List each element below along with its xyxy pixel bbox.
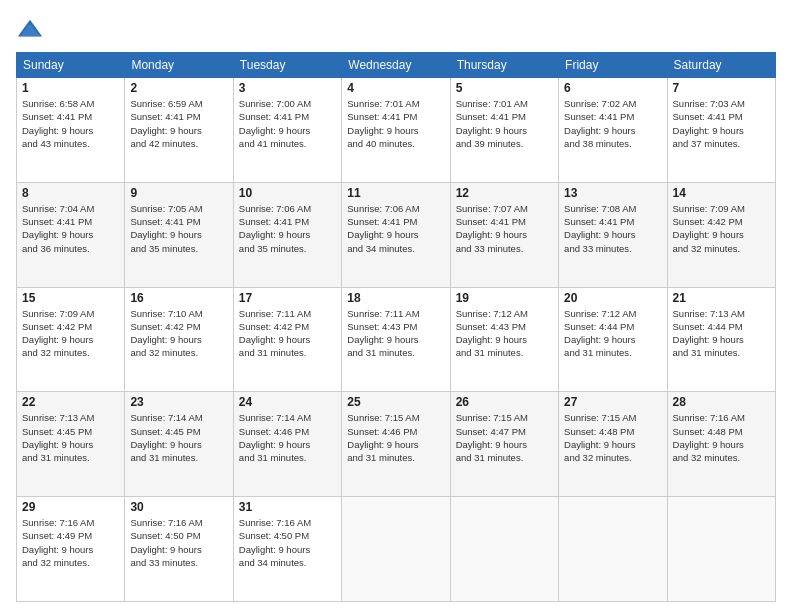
day-number: 23 — [130, 395, 227, 409]
sunrise-label: Sunrise: 7:05 AM — [130, 203, 202, 214]
sunrise-label: Sunrise: 7:12 AM — [456, 308, 528, 319]
day-info: Sunrise: 7:04 AM Sunset: 4:41 PM Dayligh… — [22, 202, 119, 255]
sunset-label: Sunset: 4:45 PM — [22, 426, 92, 437]
sunset-label: Sunset: 4:50 PM — [239, 530, 309, 541]
day-info: Sunrise: 7:16 AM Sunset: 4:48 PM Dayligh… — [673, 411, 770, 464]
sunset-label: Sunset: 4:42 PM — [239, 321, 309, 332]
day-info: Sunrise: 7:14 AM Sunset: 4:45 PM Dayligh… — [130, 411, 227, 464]
sunset-label: Sunset: 4:47 PM — [456, 426, 526, 437]
day-info: Sunrise: 7:03 AM Sunset: 4:41 PM Dayligh… — [673, 97, 770, 150]
daylight-minutes: and 43 minutes. — [22, 138, 90, 149]
day-info: Sunrise: 7:08 AM Sunset: 4:41 PM Dayligh… — [564, 202, 661, 255]
daylight-minutes: and 31 minutes. — [673, 347, 741, 358]
day-cell: 2 Sunrise: 6:59 AM Sunset: 4:41 PM Dayli… — [125, 78, 233, 183]
week-row-2: 8 Sunrise: 7:04 AM Sunset: 4:41 PM Dayli… — [17, 182, 776, 287]
sunrise-label: Sunrise: 7:03 AM — [673, 98, 745, 109]
sunrise-label: Sunrise: 6:58 AM — [22, 98, 94, 109]
day-info: Sunrise: 7:15 AM Sunset: 4:47 PM Dayligh… — [456, 411, 553, 464]
sunrise-label: Sunrise: 7:04 AM — [22, 203, 94, 214]
daylight-label: Daylight: 9 hours — [347, 439, 418, 450]
daylight-label: Daylight: 9 hours — [564, 229, 635, 240]
daylight-minutes: and 40 minutes. — [347, 138, 415, 149]
sunset-label: Sunset: 4:41 PM — [22, 216, 92, 227]
day-cell: 5 Sunrise: 7:01 AM Sunset: 4:41 PM Dayli… — [450, 78, 558, 183]
day-number: 3 — [239, 81, 336, 95]
day-cell: 20 Sunrise: 7:12 AM Sunset: 4:44 PM Dayl… — [559, 287, 667, 392]
sunset-label: Sunset: 4:42 PM — [130, 321, 200, 332]
sunset-label: Sunset: 4:42 PM — [22, 321, 92, 332]
day-cell: 4 Sunrise: 7:01 AM Sunset: 4:41 PM Dayli… — [342, 78, 450, 183]
daylight-minutes: and 32 minutes. — [22, 557, 90, 568]
sunrise-label: Sunrise: 7:01 AM — [456, 98, 528, 109]
sunrise-label: Sunrise: 7:01 AM — [347, 98, 419, 109]
sunset-label: Sunset: 4:41 PM — [347, 111, 417, 122]
daylight-minutes: and 36 minutes. — [22, 243, 90, 254]
sunset-label: Sunset: 4:42 PM — [673, 216, 743, 227]
day-number: 27 — [564, 395, 661, 409]
sunset-label: Sunset: 4:41 PM — [564, 216, 634, 227]
day-cell — [559, 497, 667, 602]
sunset-label: Sunset: 4:48 PM — [673, 426, 743, 437]
sunrise-label: Sunrise: 7:14 AM — [239, 412, 311, 423]
daylight-minutes: and 31 minutes. — [239, 347, 307, 358]
day-info: Sunrise: 6:59 AM Sunset: 4:41 PM Dayligh… — [130, 97, 227, 150]
daylight-minutes: and 31 minutes. — [456, 452, 524, 463]
sunset-label: Sunset: 4:41 PM — [22, 111, 92, 122]
day-info: Sunrise: 7:15 AM Sunset: 4:48 PM Dayligh… — [564, 411, 661, 464]
daylight-minutes: and 34 minutes. — [239, 557, 307, 568]
sunset-label: Sunset: 4:46 PM — [239, 426, 309, 437]
day-number: 28 — [673, 395, 770, 409]
sunrise-label: Sunrise: 7:06 AM — [239, 203, 311, 214]
logo-icon — [16, 16, 44, 44]
day-info: Sunrise: 7:06 AM Sunset: 4:41 PM Dayligh… — [347, 202, 444, 255]
sunrise-label: Sunrise: 7:11 AM — [239, 308, 311, 319]
daylight-label: Daylight: 9 hours — [456, 125, 527, 136]
day-cell: 18 Sunrise: 7:11 AM Sunset: 4:43 PM Dayl… — [342, 287, 450, 392]
sunset-label: Sunset: 4:41 PM — [347, 216, 417, 227]
day-info: Sunrise: 6:58 AM Sunset: 4:41 PM Dayligh… — [22, 97, 119, 150]
daylight-label: Daylight: 9 hours — [347, 125, 418, 136]
day-cell: 16 Sunrise: 7:10 AM Sunset: 4:42 PM Dayl… — [125, 287, 233, 392]
sunrise-label: Sunrise: 6:59 AM — [130, 98, 202, 109]
day-cell: 10 Sunrise: 7:06 AM Sunset: 4:41 PM Dayl… — [233, 182, 341, 287]
weekday-header-sunday: Sunday — [17, 53, 125, 78]
sunrise-label: Sunrise: 7:15 AM — [347, 412, 419, 423]
day-cell: 17 Sunrise: 7:11 AM Sunset: 4:42 PM Dayl… — [233, 287, 341, 392]
sunrise-label: Sunrise: 7:08 AM — [564, 203, 636, 214]
daylight-label: Daylight: 9 hours — [239, 229, 310, 240]
day-number: 7 — [673, 81, 770, 95]
daylight-label: Daylight: 9 hours — [456, 439, 527, 450]
day-info: Sunrise: 7:07 AM Sunset: 4:41 PM Dayligh… — [456, 202, 553, 255]
daylight-minutes: and 33 minutes. — [456, 243, 524, 254]
day-info: Sunrise: 7:00 AM Sunset: 4:41 PM Dayligh… — [239, 97, 336, 150]
weekday-header-monday: Monday — [125, 53, 233, 78]
daylight-minutes: and 31 minutes. — [456, 347, 524, 358]
page: SundayMondayTuesdayWednesdayThursdayFrid… — [0, 0, 792, 612]
day-info: Sunrise: 7:14 AM Sunset: 4:46 PM Dayligh… — [239, 411, 336, 464]
daylight-label: Daylight: 9 hours — [673, 125, 744, 136]
daylight-label: Daylight: 9 hours — [564, 125, 635, 136]
day-info: Sunrise: 7:11 AM Sunset: 4:43 PM Dayligh… — [347, 307, 444, 360]
day-number: 25 — [347, 395, 444, 409]
day-cell — [342, 497, 450, 602]
day-cell — [667, 497, 775, 602]
daylight-label: Daylight: 9 hours — [130, 229, 201, 240]
sunrise-label: Sunrise: 7:13 AM — [22, 412, 94, 423]
daylight-label: Daylight: 9 hours — [22, 439, 93, 450]
day-number: 24 — [239, 395, 336, 409]
daylight-label: Daylight: 9 hours — [673, 229, 744, 240]
daylight-minutes: and 31 minutes. — [130, 452, 198, 463]
sunset-label: Sunset: 4:50 PM — [130, 530, 200, 541]
day-info: Sunrise: 7:11 AM Sunset: 4:42 PM Dayligh… — [239, 307, 336, 360]
day-number: 1 — [22, 81, 119, 95]
day-info: Sunrise: 7:16 AM Sunset: 4:50 PM Dayligh… — [130, 516, 227, 569]
day-cell: 14 Sunrise: 7:09 AM Sunset: 4:42 PM Dayl… — [667, 182, 775, 287]
daylight-minutes: and 37 minutes. — [673, 138, 741, 149]
sunrise-label: Sunrise: 7:16 AM — [22, 517, 94, 528]
day-number: 4 — [347, 81, 444, 95]
daylight-minutes: and 32 minutes. — [564, 452, 632, 463]
day-cell: 23 Sunrise: 7:14 AM Sunset: 4:45 PM Dayl… — [125, 392, 233, 497]
daylight-label: Daylight: 9 hours — [347, 229, 418, 240]
weekday-header-saturday: Saturday — [667, 53, 775, 78]
day-number: 10 — [239, 186, 336, 200]
